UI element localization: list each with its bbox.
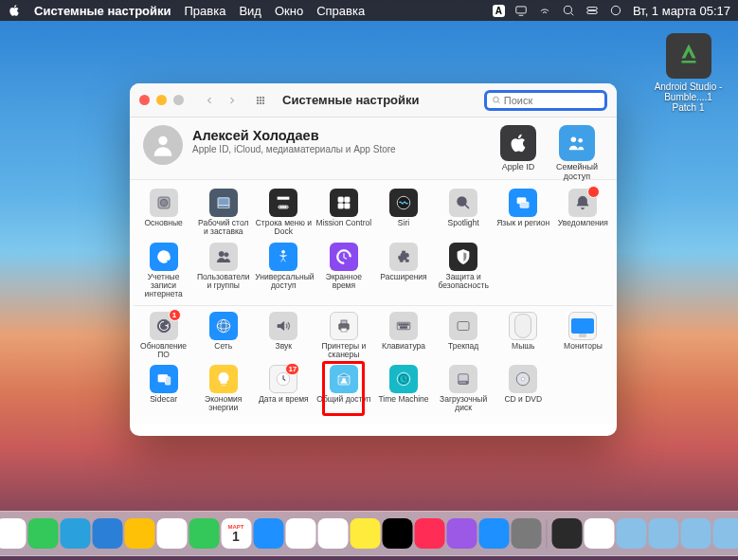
family-icon [559, 125, 595, 161]
menu-window[interactable]: Окно [275, 4, 303, 18]
zoom-button[interactable] [173, 95, 184, 105]
pref-bootdisk[interactable]: Загрузочный диск [434, 362, 494, 416]
dock-facetime[interactable] [189, 518, 219, 549]
minimize-button[interactable] [156, 95, 167, 105]
pref-notif[interactable]: Уведомления [553, 186, 613, 240]
control-center-icon[interactable] [585, 4, 600, 18]
dock-vscode[interactable] [92, 518, 122, 549]
menu-edit[interactable]: Правка [185, 4, 226, 18]
dock-tv[interactable] [382, 518, 412, 549]
android-studio-icon [666, 33, 711, 79]
svg-rect-48 [401, 323, 403, 325]
dock-preferences[interactable] [511, 518, 541, 549]
family-sharing-button[interactable]: Семейный доступ [550, 125, 603, 182]
back-button[interactable] [199, 90, 220, 111]
svg-point-26 [285, 207, 287, 208]
screen-mirroring-icon[interactable] [514, 4, 529, 18]
app-menu[interactable]: Системные настройки [34, 4, 171, 18]
user-header[interactable]: Алексей Холодаев Apple ID, iCloud, медиа… [130, 117, 617, 180]
dock-folder2[interactable] [680, 518, 711, 549]
family-label: Семейный доступ [550, 163, 603, 182]
general-icon [150, 189, 178, 217]
dock-chrome[interactable] [156, 518, 187, 549]
dock-preview[interactable] [285, 518, 315, 549]
pref-datetime[interactable]: 17Дата и время [253, 362, 314, 416]
dock-safari[interactable] [0, 518, 26, 549]
pref-security[interactable]: Защита и безопасность [434, 240, 494, 302]
lang-icon [509, 189, 537, 217]
svg-point-24 [280, 207, 282, 208]
pref-ext[interactable]: Расширения [373, 240, 433, 302]
prefs-grid: ОсновныеРабочий стол и заставкаСтрока ме… [130, 180, 617, 424]
pref-screentime[interactable]: Экранное время [314, 240, 373, 302]
dock-terminal[interactable] [551, 518, 582, 549]
siri-icon[interactable] [609, 4, 623, 18]
security-icon [449, 243, 477, 271]
dock-telegram[interactable] [60, 518, 90, 549]
pref-sidecar[interactable]: Sidecar [134, 362, 193, 416]
svg-point-1 [565, 6, 572, 13]
dock-appstore[interactable] [478, 518, 509, 549]
pref-sound[interactable]: Звук [253, 309, 314, 363]
dock-downloads[interactable] [616, 518, 646, 549]
svg-rect-3 [587, 11, 598, 14]
search-field[interactable] [484, 90, 607, 111]
dock-activity[interactable] [584, 518, 614, 549]
pref-update[interactable]: 1Обновление ПО [134, 309, 193, 363]
dock-messages[interactable] [27, 518, 58, 549]
titlebar: Системные настройки [130, 83, 617, 117]
show-all-button[interactable] [250, 90, 271, 111]
search-icon[interactable] [562, 4, 576, 18]
pref-desktop[interactable]: Рабочий стол и заставка [193, 186, 253, 240]
clock[interactable]: Вт, 1 марта 05:17 [633, 4, 730, 18]
pref-lang[interactable]: Язык и регион [494, 186, 553, 240]
pref-monitor[interactable]: Мониторы [553, 309, 613, 363]
pref-users[interactable]: Пользователи и группы [193, 240, 253, 302]
pref-spotlight[interactable]: Spotlight [434, 186, 494, 240]
pref-dock[interactable]: Строка меню и Dock [253, 186, 314, 240]
pref-mission[interactable]: Mission Control [314, 186, 373, 240]
dock-xcode[interactable] [253, 518, 283, 549]
dock-folder3[interactable] [712, 518, 738, 549]
pref-energy[interactable]: Экономия энергии [193, 362, 253, 416]
dock-pycharm[interactable] [124, 518, 154, 549]
pref-sharing[interactable]: Общий доступ [314, 362, 373, 416]
notif-icon [568, 189, 597, 217]
menubar: Системные настройки Правка Вид Окно Спра… [0, 0, 738, 21]
pref-siri[interactable]: Siri [373, 186, 433, 240]
spotlight-icon [449, 189, 477, 217]
dock-podcasts[interactable] [446, 518, 477, 549]
svg-point-15 [158, 136, 167, 145]
at-icon [150, 243, 178, 271]
pref-access[interactable]: Универсальный доступ [253, 240, 314, 302]
pref-at[interactable]: Учетные записи интернета [134, 240, 193, 302]
pref-network[interactable]: Сеть [193, 309, 253, 363]
pref-printer[interactable]: Принтеры и сканеры [314, 309, 373, 363]
wifi-icon[interactable] [538, 4, 552, 18]
pref-timemachine[interactable]: Time Machine [373, 362, 433, 416]
input-source-icon[interactable]: А [493, 5, 505, 17]
desktop-icon-android-studio[interactable]: Android Studio - Bumble....1 Patch 1 [653, 33, 724, 113]
search-input[interactable] [504, 95, 600, 106]
dock-calendar[interactable]: МАРТ1 [221, 518, 251, 549]
pref-trackpad[interactable]: Трекпад [434, 309, 494, 363]
pref-label: Звук [255, 342, 312, 351]
dock-folder1[interactable] [648, 518, 678, 549]
dock-notion[interactable] [317, 518, 348, 549]
pref-cddvd[interactable]: CD и DVD [494, 362, 553, 416]
pref-mouse[interactable]: Мышь [494, 309, 553, 363]
pref-label: Общий доступ [315, 395, 371, 404]
pref-keyboard[interactable]: Клавиатура [373, 309, 433, 363]
svg-rect-20 [218, 198, 229, 206]
apple-id-button[interactable]: Apple ID [492, 125, 545, 182]
menu-help[interactable]: Справка [316, 4, 365, 18]
dock-music[interactable] [414, 518, 444, 549]
close-button[interactable] [139, 95, 150, 105]
menu-view[interactable]: Вид [239, 4, 261, 18]
forward-button[interactable] [222, 90, 243, 111]
datetime-icon: 17 [269, 365, 297, 393]
pref-general[interactable]: Основные [134, 186, 193, 240]
apple-menu-icon[interactable] [8, 4, 21, 17]
svg-point-36 [219, 251, 224, 256]
dock-notes[interactable] [350, 518, 380, 549]
